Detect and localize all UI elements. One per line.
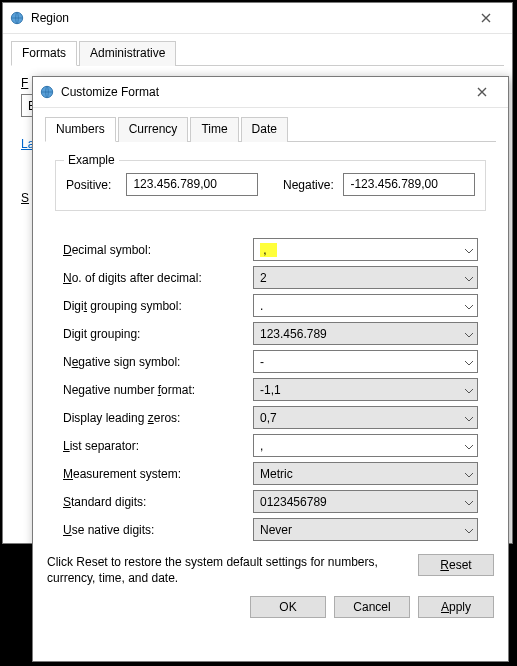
field-row-digits-after: No. of digits after decimal:2 bbox=[63, 266, 478, 289]
example-group: Example Positive: 123.456.789,00 Negativ… bbox=[55, 160, 486, 211]
field-label: Standard digits: bbox=[63, 495, 253, 509]
customize-tabstrip: Numbers Currency Time Date bbox=[45, 116, 496, 142]
field-label: Digit grouping: bbox=[63, 327, 253, 341]
digits-after-combo[interactable]: 2 bbox=[253, 266, 478, 289]
field-row-native-digits: Use native digits:Never bbox=[63, 518, 478, 541]
field-row-neg-sign: Negative sign symbol:- bbox=[63, 350, 478, 373]
field-row-standard-digits: Standard digits:0123456789 bbox=[63, 490, 478, 513]
field-label: Digit grouping symbol: bbox=[63, 299, 253, 313]
tab-formats[interactable]: Formats bbox=[11, 41, 77, 66]
standard-digits-combo[interactable]: 0123456789 bbox=[253, 490, 478, 513]
region-titlebar: Region bbox=[3, 3, 512, 34]
native-digits-combo[interactable]: Never bbox=[253, 518, 478, 541]
region-title: Region bbox=[31, 11, 466, 25]
apply-button[interactable]: Apply bbox=[418, 596, 494, 618]
list-separator-combo[interactable]: , bbox=[253, 434, 478, 457]
field-label: Negative sign symbol: bbox=[63, 355, 253, 369]
field-label: Use native digits: bbox=[63, 523, 253, 537]
customize-title: Customize Format bbox=[61, 85, 462, 99]
field-row-decimal-symbol: Decimal symbol: , bbox=[63, 238, 478, 261]
customize-window: Customize Format Numbers Currency Time D… bbox=[32, 76, 509, 662]
chevron-down-icon bbox=[465, 439, 473, 453]
positive-value: 123.456.789,00 bbox=[126, 173, 258, 196]
tab-numbers[interactable]: Numbers bbox=[45, 117, 116, 142]
chevron-down-icon bbox=[465, 271, 473, 285]
chevron-down-icon bbox=[465, 467, 473, 481]
chevron-down-icon bbox=[465, 327, 473, 341]
field-row-leading-zeros: Display leading zeros:0,7 bbox=[63, 406, 478, 429]
negative-label: Negative: bbox=[283, 178, 335, 192]
chevron-down-icon bbox=[465, 355, 473, 369]
field-row-grouping-symbol: Digit grouping symbol:. bbox=[63, 294, 478, 317]
chevron-down-icon bbox=[465, 523, 473, 537]
ok-button[interactable]: OK bbox=[250, 596, 326, 618]
field-label: No. of digits after decimal: bbox=[63, 271, 253, 285]
chevron-down-icon bbox=[465, 495, 473, 509]
tab-time[interactable]: Time bbox=[190, 117, 238, 142]
region-tabstrip: Formats Administrative bbox=[11, 40, 504, 66]
tab-currency[interactable]: Currency bbox=[118, 117, 189, 142]
tab-administrative[interactable]: Administrative bbox=[79, 41, 176, 66]
globe-icon bbox=[39, 84, 55, 100]
positive-label: Positive: bbox=[66, 178, 118, 192]
reset-note-text: Click Reset to restore the system defaul… bbox=[47, 554, 404, 586]
chevron-down-icon bbox=[465, 383, 473, 397]
leading-zeros-combo[interactable]: 0,7 bbox=[253, 406, 478, 429]
chevron-down-icon bbox=[465, 411, 473, 425]
grouping-symbol-combo[interactable]: . bbox=[253, 294, 478, 317]
field-row-list-separator: List separator:, bbox=[63, 434, 478, 457]
customize-body: Example Positive: 123.456.789,00 Negativ… bbox=[33, 142, 508, 550]
field-label: List separator: bbox=[63, 439, 253, 453]
digit-grouping-combo[interactable]: 123.456.789 bbox=[253, 322, 478, 345]
neg-format-combo[interactable]: -1,1 bbox=[253, 378, 478, 401]
dialog-buttons: OK Cancel Apply bbox=[33, 586, 508, 630]
neg-sign-combo[interactable]: - bbox=[253, 350, 478, 373]
field-row-measurement: Measurement system:Metric bbox=[63, 462, 478, 485]
measurement-combo[interactable]: Metric bbox=[253, 462, 478, 485]
region-close-button[interactable] bbox=[466, 3, 506, 33]
chevron-down-icon bbox=[465, 243, 473, 257]
negative-value: -123.456.789,00 bbox=[343, 173, 475, 196]
tab-date[interactable]: Date bbox=[241, 117, 288, 142]
customize-close-button[interactable] bbox=[462, 77, 502, 107]
field-row-neg-format: Negative number format:-1,1 bbox=[63, 378, 478, 401]
globe-icon bbox=[9, 10, 25, 26]
reset-button[interactable]: Reset bbox=[418, 554, 494, 576]
field-label: Decimal symbol: bbox=[63, 243, 253, 257]
example-legend: Example bbox=[64, 153, 119, 167]
field-label: Negative number format: bbox=[63, 383, 253, 397]
field-label: Display leading zeros: bbox=[63, 411, 253, 425]
reset-note-row: Click Reset to restore the system defaul… bbox=[33, 550, 508, 586]
chevron-down-icon bbox=[465, 299, 473, 313]
field-label: Measurement system: bbox=[63, 467, 253, 481]
customize-titlebar: Customize Format bbox=[33, 77, 508, 108]
decimal-symbol-combo[interactable]: , bbox=[253, 238, 478, 261]
cancel-button[interactable]: Cancel bbox=[334, 596, 410, 618]
field-row-digit-grouping: Digit grouping:123.456.789 bbox=[63, 322, 478, 345]
